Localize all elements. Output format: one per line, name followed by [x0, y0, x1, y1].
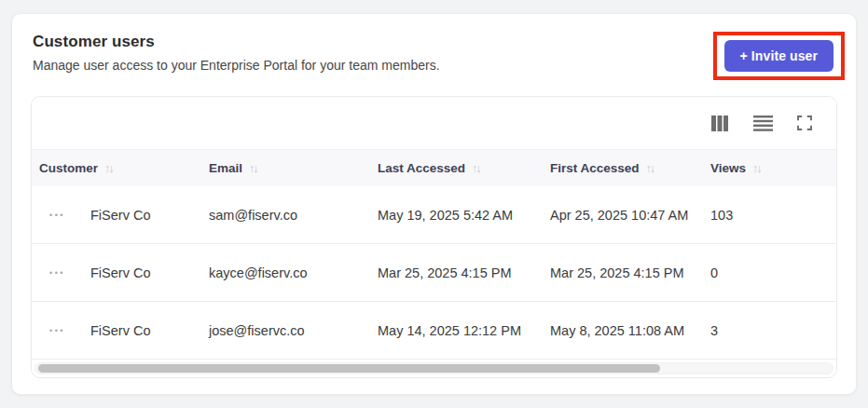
customer-users-panel: Customer users Manage user access to you… [11, 13, 857, 395]
row-actions-button[interactable]: ••• [48, 265, 67, 281]
sort-icon[interactable]: ↑↓ [104, 162, 113, 175]
panel-header: Customer users Manage user access to you… [12, 14, 856, 80]
column-label: Customer [39, 161, 98, 175]
cell-views: 3 [703, 323, 836, 338]
column-label: First Accessed [550, 161, 640, 175]
row-actions-button[interactable]: ••• [48, 322, 67, 339]
invite-user-button[interactable]: + Invite user [724, 40, 834, 72]
cell-first-accessed: Apr 25, 2025 10:47 AM [543, 208, 703, 223]
cell-actions: ••• [32, 265, 83, 281]
cell-actions: ••• [32, 207, 83, 224]
cell-last-accessed: May 19, 2025 5:42 AM [370, 208, 543, 223]
cell-actions: ••• [32, 322, 83, 339]
column-label: Last Accessed [378, 161, 465, 175]
table-row: ••• FiServ Co kayce@fiserv.co Mar 25, 20… [32, 244, 836, 302]
column-header-customer[interactable]: Customer ↑↓ [32, 161, 201, 175]
column-header-views[interactable]: Views ↑↓ [703, 161, 836, 175]
cell-customer: FiServ Co [83, 265, 201, 280]
sort-icon[interactable]: ↑↓ [646, 162, 654, 175]
cell-customer: FiServ Co [83, 323, 201, 338]
row-density-icon[interactable] [753, 116, 773, 131]
cell-customer: FiServ Co [83, 208, 201, 223]
fullscreen-icon[interactable] [797, 116, 812, 130]
sort-icon[interactable]: ↑↓ [752, 162, 761, 175]
columns-view-icon[interactable] [710, 116, 729, 131]
cell-email: sam@fiserv.co [201, 208, 370, 223]
cell-email: jose@fiservc.co [201, 323, 370, 338]
sort-icon[interactable]: ↑↓ [472, 162, 480, 175]
cell-last-accessed: May 14, 2025 12:12 PM [370, 323, 543, 338]
scrollbar-track[interactable] [34, 362, 834, 374]
h-scrollbar-thumb[interactable] [38, 364, 660, 373]
page-title: Customer users [33, 33, 440, 51]
cell-views: 103 [703, 208, 836, 223]
column-header-first-accessed[interactable]: First Accessed ↑↓ [543, 161, 703, 175]
sort-icon[interactable]: ↑↓ [249, 162, 257, 175]
panel-header-text: Customer users Manage user access to you… [33, 33, 440, 73]
column-label: Email [209, 161, 242, 175]
cell-email: kayce@fiserv.co [201, 265, 370, 280]
column-header-email[interactable]: Email ↑↓ [201, 161, 370, 175]
horizontal-scrollbar [32, 360, 836, 377]
cell-first-accessed: Mar 25, 2025 4:15 PM [543, 265, 703, 280]
page-subtitle: Manage user access to your Enterprise Po… [33, 58, 440, 73]
cell-first-accessed: May 8, 2025 11:08 AM [543, 323, 703, 338]
column-header-last-accessed[interactable]: Last Accessed ↑↓ [370, 161, 543, 175]
cell-views: 0 [703, 265, 836, 280]
column-label: Views [710, 161, 746, 175]
row-actions-button[interactable]: ••• [48, 207, 67, 224]
table-toolbar [32, 97, 836, 149]
table-header-row: Customer ↑↓ Email ↑↓ Last Accessed ↑↓ Fi… [32, 149, 836, 186]
cell-last-accessed: Mar 25, 2025 4:15 PM [370, 265, 543, 280]
table-row: ••• FiServ Co sam@fiserv.co May 19, 2025… [32, 186, 836, 244]
users-table: Customer ↑↓ Email ↑↓ Last Accessed ↑↓ Fi… [31, 96, 837, 378]
annotation-highlight: + Invite user [713, 32, 845, 80]
table-row: ••• FiServ Co jose@fiservc.co May 14, 20… [32, 302, 836, 360]
